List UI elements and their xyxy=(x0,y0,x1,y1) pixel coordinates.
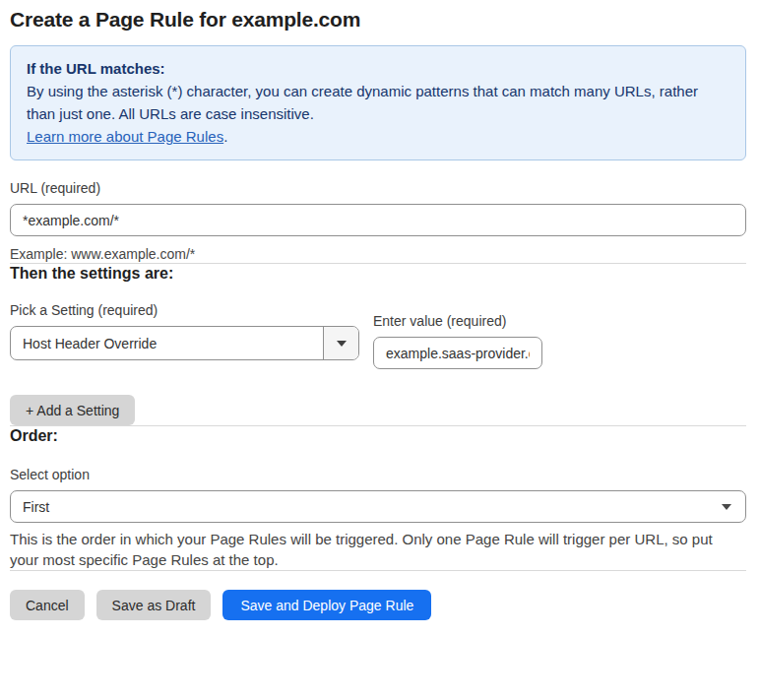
enter-value-column: Enter value (required) xyxy=(373,313,542,369)
settings-section-heading: Then the settings are: xyxy=(10,264,746,283)
order-help-text: This is the order in which your Page Rul… xyxy=(10,529,742,570)
order-select-value: First xyxy=(11,499,722,515)
info-box-heading: If the URL matches: xyxy=(27,57,729,80)
setting-row: Pick a Setting (required) Host Header Ov… xyxy=(10,302,746,369)
order-field: Select option First This is the order in… xyxy=(10,467,746,570)
save-and-deploy-button[interactable]: Save and Deploy Page Rule xyxy=(222,590,431,620)
cancel-button[interactable]: Cancel xyxy=(10,590,85,620)
setting-select-value: Host Header Override xyxy=(11,336,323,351)
enter-value-label: Enter value (required) xyxy=(373,313,542,329)
url-label: URL (required) xyxy=(10,180,746,196)
order-section-heading: Order: xyxy=(10,426,746,445)
order-select-label: Select option xyxy=(10,467,746,482)
chevron-down-icon xyxy=(722,504,731,510)
add-setting-button[interactable]: + Add a Setting xyxy=(10,395,135,425)
url-example-hint: Example: www.example.com/* xyxy=(10,245,746,263)
footer-actions: Cancel Save as Draft Save and Deploy Pag… xyxy=(10,590,746,620)
divider xyxy=(10,570,746,571)
save-as-draft-button[interactable]: Save as Draft xyxy=(96,590,212,620)
create-page-rule-form: Create a Page Rule for example.com If th… xyxy=(0,0,760,620)
learn-more-link[interactable]: Learn more about Page Rules xyxy=(27,128,223,145)
page-title: Create a Page Rule for example.com xyxy=(10,8,746,32)
setting-select-caret-button[interactable] xyxy=(323,327,358,359)
chevron-down-icon xyxy=(337,341,347,347)
info-box-body: By using the asterisk (*) character, you… xyxy=(27,80,729,125)
link-period: . xyxy=(223,128,227,145)
url-input[interactable] xyxy=(10,204,746,236)
order-select[interactable]: First xyxy=(10,490,746,523)
info-box-link-line: Learn more about Page Rules. xyxy=(27,125,729,148)
setting-value-input[interactable] xyxy=(373,337,542,369)
url-field: URL (required) Example: www.example.com/… xyxy=(10,180,746,263)
setting-select[interactable]: Host Header Override xyxy=(10,326,359,360)
pick-setting-label: Pick a Setting (required) xyxy=(10,302,359,318)
url-match-info-box: If the URL matches: By using the asteris… xyxy=(10,45,746,160)
pick-setting-column: Pick a Setting (required) Host Header Ov… xyxy=(10,302,359,360)
